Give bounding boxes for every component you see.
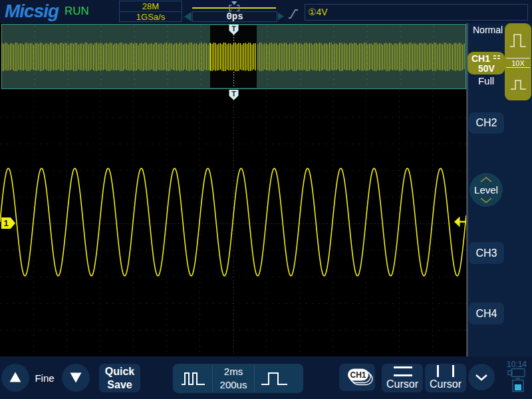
svg-text:T: T xyxy=(231,25,236,33)
svg-text:CH1: CH1 xyxy=(350,370,366,380)
svg-text:1: 1 xyxy=(3,218,8,228)
svg-text:Level: Level xyxy=(474,184,498,196)
svg-text:T: T xyxy=(231,90,236,98)
